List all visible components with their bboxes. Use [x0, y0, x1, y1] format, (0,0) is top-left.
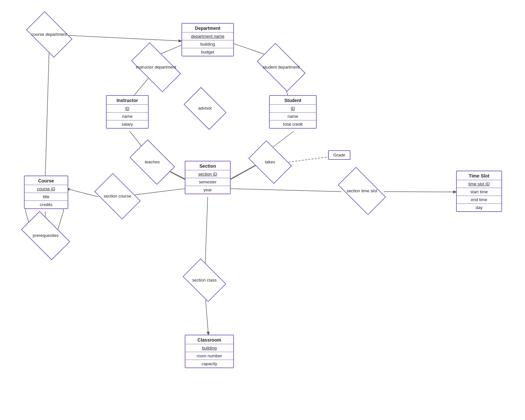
- timeslot-attr-day: day: [457, 204, 501, 211]
- course-department-label: course department: [32, 32, 67, 37]
- takes-diamond: takes: [252, 149, 288, 175]
- classroom-title: Classroom: [185, 335, 233, 344]
- section-course-diamond: section course: [98, 183, 137, 209]
- timeslot-title: Time Slot: [457, 171, 501, 180]
- teaches-label: teaches: [145, 159, 160, 165]
- section-title: Section: [185, 161, 230, 170]
- section-attr-semester: semester: [185, 178, 230, 186]
- timeslot-attr-id: time slot ID: [457, 180, 501, 188]
- student-entity: Student ID name total credit: [269, 95, 317, 129]
- advisor-diamond: advisor: [187, 96, 223, 121]
- timeslot-attr-end: end time: [457, 196, 501, 204]
- instructor-attr-name: name: [107, 113, 148, 120]
- student-title: Student: [270, 96, 316, 105]
- timeslot-attr-start: start time: [457, 188, 501, 196]
- classroom-attr-capacity: capacity: [185, 360, 233, 368]
- course-attr-title: title: [25, 193, 68, 201]
- classroom-attr-building: building: [185, 344, 233, 352]
- course-title: Course: [25, 176, 68, 185]
- instructor-attr-id: ID: [107, 105, 148, 113]
- section-class-label: section class: [192, 278, 217, 283]
- instructor-department-diamond: instructor department: [134, 54, 178, 80]
- student-attr-totalcredit: total credit: [270, 120, 316, 128]
- department-entity: Department department name building budg…: [181, 23, 234, 56]
- instructor-entity: Instructor ID name salary: [106, 95, 149, 129]
- department-attr-name: department name: [182, 32, 233, 40]
- section-timeslot-diamond: section time slot: [341, 178, 383, 204]
- section-entity: Section section ID semester year: [185, 161, 231, 194]
- course-attr-id: course ID: [25, 185, 68, 193]
- timeslot-entity: Time Slot time slot ID start time end ti…: [456, 171, 502, 212]
- section-attr-id: section ID: [185, 170, 230, 178]
- prerequesites-diamond: prerequesites: [24, 222, 67, 249]
- section-attr-year: year: [185, 186, 230, 194]
- student-department-label: student department: [263, 65, 300, 70]
- section-timeslot-label: section time slot: [346, 188, 377, 194]
- prerequesites-label: prerequesites: [33, 233, 59, 239]
- instructor-department-label: instructor department: [136, 65, 176, 70]
- classroom-entity: Classroom building room number capacity: [185, 335, 234, 368]
- teaches-diamond: teaches: [133, 149, 172, 175]
- classroom-attr-roomnumber: room number: [185, 352, 233, 360]
- instructor-title: Instructor: [107, 96, 148, 105]
- department-attr-budget: budget: [182, 48, 233, 56]
- course-entity: Course course ID title credits: [24, 176, 68, 209]
- student-attr-id: ID: [270, 105, 316, 113]
- course-attr-credits: credits: [25, 201, 68, 208]
- advisor-label: advisor: [198, 106, 212, 111]
- takes-label: takes: [265, 159, 275, 165]
- department-attr-building: building: [182, 40, 233, 48]
- student-department-diamond: student department: [260, 54, 303, 80]
- student-attr-name: name: [270, 113, 316, 120]
- grade-label: Grade: [333, 153, 345, 158]
- department-title: Department: [182, 24, 233, 32]
- instructor-attr-salary: salary: [107, 120, 148, 128]
- section-class-diamond: section class: [186, 267, 222, 293]
- section-course-label: section course: [104, 194, 131, 199]
- grade-box: Grade: [328, 150, 350, 160]
- course-department-diamond: course department: [30, 21, 69, 48]
